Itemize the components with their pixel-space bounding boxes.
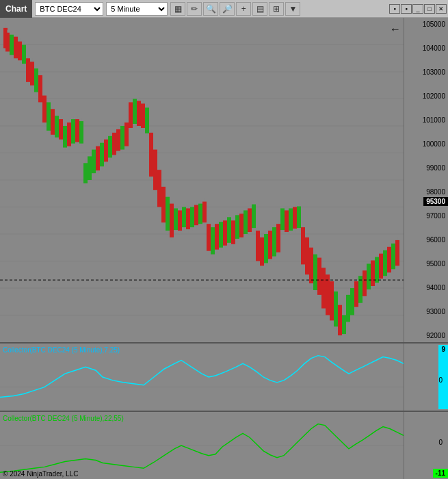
price-105000: 105000 [404,21,448,28]
ind1-zero-label: 0 [438,376,445,384]
svg-rect-115 [211,227,215,255]
svg-rect-165 [313,255,317,290]
zoom-in-icon[interactable]: 🔍 [203,2,218,16]
svg-rect-181 [346,295,350,322]
svg-rect-97 [174,208,178,230]
svg-rect-65 [108,136,112,158]
svg-rect-53 [83,163,88,183]
svg-rect-99 [178,210,182,231]
svg-rect-35 [47,102,51,130]
svg-rect-127 [235,215,239,239]
timeframe-select[interactable]: 5 Minute 1 Minute 15 Minute 1 Hour Daily [106,2,168,16]
svg-rect-75 [129,102,133,128]
svg-rect-79 [137,101,141,126]
svg-rect-95 [170,204,174,237]
dropdown-icon[interactable]: ▼ [285,2,300,16]
svg-rect-87 [153,150,157,190]
app: Chart BTC DEC24 ES DEC24 NQ DEC24 5 Minu… [0,0,448,479]
bars-icon[interactable]: ▦ [170,2,185,16]
svg-rect-37 [51,109,55,135]
window-controls: ▪ ▪ _ □ ✕ [389,4,447,14]
pencil-icon[interactable]: ✏ [187,2,202,16]
svg-rect-191 [367,263,371,289]
back-arrow[interactable]: ← [390,23,401,36]
chart-title: Chart [0,0,32,18]
price-93000: 93000 [404,308,448,315]
svg-rect-23 [22,45,26,64]
svg-rect-111 [202,202,207,223]
svg-rect-155 [293,207,297,229]
svg-rect-173 [330,281,334,320]
svg-rect-123 [227,217,231,243]
svg-rect-193 [371,261,375,287]
svg-rect-31 [38,75,42,103]
plus-icon[interactable]: + [236,2,251,16]
symbol-select[interactable]: BTC DEC24 ES DEC24 NQ DEC24 [35,2,103,16]
minimize-button[interactable]: _ [412,4,423,14]
svg-rect-83 [145,107,149,133]
svg-rect-103 [186,208,190,229]
svg-rect-135 [252,205,256,229]
svg-rect-45 [67,122,71,146]
indicator2-axis: 0 -11 [404,412,448,479]
chart-canvas[interactable]: ← [0,18,404,342]
indicator1-axis: 9 0 [404,344,448,411]
svg-rect-129 [239,213,243,237]
svg-rect-93 [166,197,170,231]
chart-icon[interactable]: ▤ [252,2,267,16]
window-tile1[interactable]: ▪ [389,4,400,14]
svg-rect-169 [321,268,326,308]
svg-rect-185 [354,281,358,307]
indicator1-chart: Collector(BTC DEC24 (5 Minute),7,25) [0,344,404,411]
svg-rect-201 [387,247,391,273]
svg-rect-59 [96,146,100,171]
price-102000: 102000 [404,92,448,100]
svg-rect-55 [88,156,92,180]
svg-rect-25 [26,58,30,82]
ind2-zero-label: 0 [438,439,445,446]
svg-rect-105 [190,207,194,228]
svg-rect-43 [63,126,67,148]
indicator2-chart: Collector(BTC DEC24 (5 Minute),22,55) © … [0,412,404,479]
svg-rect-159 [301,227,305,264]
svg-rect-51 [79,121,83,144]
svg-rect-29 [34,68,38,92]
indicator2-value-badge: -11 [433,469,448,478]
export-icon[interactable]: ⊞ [269,2,284,16]
svg-rect-107 [194,205,198,226]
svg-rect-153 [289,208,293,231]
toolbar-icons: ▦ ✏ 🔍 🔎 + ▤ ⊞ ▼ [170,2,300,16]
svg-rect-61 [100,143,104,167]
svg-rect-163 [309,248,313,283]
svg-rect-145 [272,227,276,256]
svg-rect-147 [276,224,280,252]
zoom-out-icon[interactable]: 🔎 [220,2,235,16]
restore-button[interactable]: □ [424,4,435,14]
price-100000: 100000 [404,140,448,148]
price-94000: 94000 [404,284,448,292]
price-101000: 101000 [404,116,448,124]
price-99000: 99000 [404,164,448,172]
svg-rect-71 [120,126,124,150]
svg-rect-17 [10,35,14,55]
svg-rect-143 [268,231,272,259]
indicator1-panel: Collector(BTC DEC24 (5 Minute),7,25) 9 0 [0,342,448,411]
candlestick-chart [0,18,404,342]
svg-rect-125 [231,220,235,244]
svg-rect-199 [383,250,387,276]
close-button[interactable]: ✕ [436,4,447,14]
price-96000: 96000 [404,236,448,244]
svg-rect-27 [30,62,34,86]
svg-rect-175 [334,292,338,326]
window-tile2[interactable]: ▪ [401,4,412,14]
price-103000: 103000 [404,68,448,76]
svg-rect-149 [280,208,285,230]
svg-rect-19 [14,37,18,59]
svg-rect-189 [363,270,367,296]
svg-rect-15 [5,33,10,52]
svg-rect-119 [219,222,223,248]
svg-rect-57 [92,150,96,174]
price-95000: 95000 [404,260,448,268]
svg-rect-157 [297,207,301,229]
price-97000: 97000 [404,212,448,220]
